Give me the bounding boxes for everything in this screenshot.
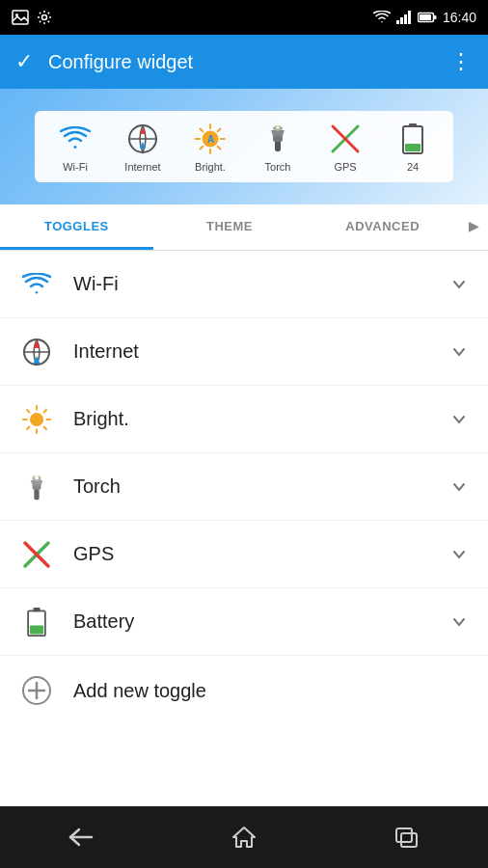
svg-rect-53 [30, 625, 43, 634]
svg-rect-31 [405, 144, 420, 151]
svg-marker-57 [233, 827, 255, 847]
svg-text:A: A [207, 134, 214, 145]
wifi-chevron-icon [449, 275, 469, 294]
svg-rect-4 [400, 17, 403, 24]
widget-internet-label: Internet [124, 161, 160, 173]
torch-icon [19, 470, 54, 504]
wifi-icon [19, 267, 54, 302]
widget-item-battery: 24 [388, 121, 438, 173]
internet-chevron-icon [449, 342, 469, 362]
internet-icon [19, 335, 54, 369]
widget-internet-icon [124, 121, 161, 157]
torch-chevron-icon [449, 477, 469, 497]
status-wifi-icon [373, 11, 391, 24]
internet-toggle-label: Internet [73, 340, 449, 363]
svg-rect-43 [34, 488, 39, 500]
widget-torch-icon [259, 121, 296, 157]
widget-item-wifi: Wi-Fi [50, 121, 100, 173]
svg-point-26 [276, 125, 280, 129]
gps-icon [19, 537, 54, 572]
image-icon [12, 10, 29, 25]
signal-icon [396, 11, 412, 24]
status-right-icons: 16:40 [373, 10, 476, 25]
widget-battery-icon [394, 121, 431, 157]
svg-line-20 [201, 147, 203, 149]
widget-wifi-icon [57, 121, 94, 157]
svg-line-19 [218, 129, 221, 132]
tab-more[interactable]: ▶ [459, 204, 488, 250]
svg-rect-8 [434, 15, 437, 19]
svg-rect-3 [396, 20, 399, 24]
svg-rect-0 [13, 11, 28, 24]
svg-line-42 [27, 426, 30, 429]
widget-brightness-label: Bright. [195, 161, 226, 173]
settings-icon [37, 10, 52, 25]
gps-chevron-icon [449, 545, 469, 564]
status-left-icons [12, 10, 52, 25]
status-time: 16:40 [443, 10, 476, 25]
widget-wifi-label: Wi-Fi [63, 161, 88, 173]
toggle-item-brightness[interactable]: Bright. [0, 386, 488, 453]
battery-icon [19, 605, 54, 639]
wifi-toggle-label: Wi-Fi [73, 273, 449, 295]
home-button[interactable] [220, 818, 268, 856]
tab-theme[interactable]: THEME [153, 204, 307, 250]
brightness-icon [19, 402, 54, 437]
page-title: Configure widget [48, 51, 435, 73]
svg-rect-59 [401, 833, 417, 847]
widget-box: Wi-Fi Internet [35, 111, 453, 182]
toggle-item-wifi[interactable]: Wi-Fi [0, 251, 488, 318]
toggle-item-gps[interactable]: GPS [0, 521, 488, 588]
toggle-item-internet[interactable]: Internet [0, 318, 488, 386]
battery-chevron-icon [449, 612, 469, 632]
svg-rect-6 [408, 11, 411, 24]
toggle-list: Wi-Fi Internet [0, 251, 488, 656]
widget-item-gps: GPS [320, 121, 370, 173]
toggle-item-torch[interactable]: Torch [0, 453, 488, 521]
more-options-button[interactable]: ⋮ [450, 49, 473, 74]
tab-toggles[interactable]: TOGGLES [0, 204, 153, 250]
svg-line-40 [44, 426, 47, 429]
widget-item-internet: Internet [118, 121, 168, 173]
widget-gps-icon [327, 121, 364, 157]
svg-point-2 [42, 15, 47, 20]
svg-rect-5 [404, 14, 407, 24]
widget-preview: Wi-Fi Internet [0, 89, 488, 204]
tabs-bar: TOGGLES THEME ADVANCED ▶ [0, 204, 488, 251]
toggle-item-battery[interactable]: Battery [0, 588, 488, 656]
torch-toggle-label: Torch [73, 475, 449, 498]
battery-toggle-label: Battery [73, 610, 449, 633]
svg-rect-52 [33, 607, 40, 610]
widget-item-torch: Torch [253, 121, 303, 173]
svg-line-39 [27, 410, 30, 413]
svg-rect-9 [420, 14, 431, 20]
svg-line-17 [201, 129, 203, 132]
widget-gps-label: GPS [334, 161, 356, 173]
widget-item-brightness: A Bright. [185, 121, 235, 173]
brightness-chevron-icon [449, 410, 469, 429]
confirm-check[interactable]: ✓ [15, 49, 33, 74]
status-battery-icon [418, 12, 437, 23]
widget-brightness-icon: A [192, 121, 229, 157]
svg-rect-58 [396, 828, 412, 842]
brightness-toggle-label: Bright. [73, 408, 449, 430]
add-icon [19, 673, 54, 708]
bottom-nav [0, 806, 488, 868]
widget-battery-label: 24 [407, 161, 419, 173]
gps-toggle-label: GPS [73, 543, 449, 565]
svg-point-48 [36, 475, 39, 478]
recents-button[interactable] [383, 818, 431, 856]
tab-advanced[interactable]: ADVANCED [306, 204, 459, 250]
svg-line-18 [218, 147, 221, 149]
add-toggle-label: Add new toggle [73, 680, 206, 702]
widget-torch-label: Torch [265, 161, 291, 173]
svg-rect-30 [409, 123, 417, 127]
add-toggle-button[interactable]: Add new toggle [0, 656, 488, 725]
svg-point-34 [30, 413, 43, 426]
svg-line-41 [44, 410, 47, 413]
top-bar: ✓ Configure widget ⋮ [0, 35, 488, 89]
back-button[interactable] [57, 818, 105, 856]
status-bar: 16:40 [0, 0, 488, 35]
